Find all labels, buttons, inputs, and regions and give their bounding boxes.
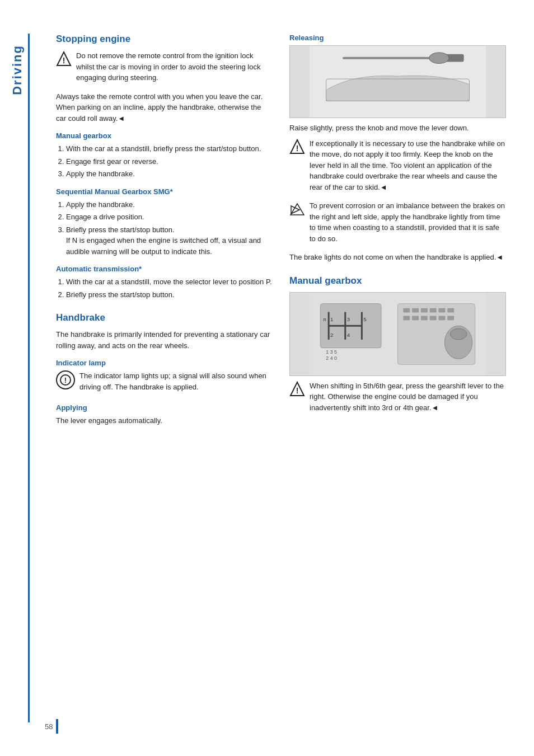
svg-text:4: 4: [347, 331, 350, 337]
manual-gearbox-list: With the car at a standstill, briefly pr…: [56, 143, 273, 180]
list-item: Engage first gear or reverse.: [66, 156, 273, 167]
svg-rect-35: [403, 316, 410, 320]
warning-triangle-icon-3: !: [289, 381, 305, 397]
svg-text:!: !: [64, 376, 67, 384]
smg-list: Apply the handbrake. Engage a drive posi…: [56, 199, 273, 257]
page-number-area: 58: [45, 719, 58, 734]
svg-rect-32: [430, 308, 437, 312]
right-column: Releasing Raise slightly, press the knob…: [289, 34, 506, 430]
gearbox-warning-text: When shifting in 5th/6th gear, press the…: [310, 381, 506, 414]
back-arrow-1: ◄: [118, 114, 125, 123]
svg-text:!: !: [296, 386, 299, 395]
handbrake-section: Handbrake The handbrake is primarily int…: [56, 312, 273, 426]
manual-gearbox-title: Manual gearbox: [56, 132, 273, 140]
handbrake-body: The handbrake is primarily intended for …: [56, 329, 273, 351]
svg-rect-29: [403, 308, 410, 312]
svg-text:5: 5: [363, 316, 367, 322]
svg-text:2: 2: [330, 331, 333, 337]
note-text: To prevent corrosion or an imbalance bet…: [310, 200, 506, 244]
releasing-body2: The brake lights do not come on when the…: [289, 252, 506, 263]
auto-list: With the car at a standstill, move the s…: [56, 276, 273, 300]
stopping-engine-body: Always take the remote control with you …: [56, 91, 273, 124]
page-bar: [56, 719, 58, 734]
applying-title: Applying: [56, 403, 273, 412]
left-column: Stopping engine ! Do not remove the remo…: [56, 34, 273, 430]
list-item: Briefly press the start/stop button.If N…: [66, 224, 273, 257]
svg-rect-33: [439, 308, 446, 312]
note-block: To prevent corrosion or an imbalance bet…: [289, 200, 506, 247]
releasing-warning: ! If exceptionally it is necessary to us…: [289, 138, 506, 196]
warning-triangle-icon-2: !: [289, 139, 305, 154]
svg-point-42: [450, 328, 467, 340]
applying-text: The lever engages automatically.: [56, 415, 273, 426]
indicator-lamp-block: ! The indicator lamp lights up; a signal…: [56, 370, 273, 396]
releasing-warning-text: If exceptionally it is necessary to use …: [310, 138, 506, 193]
list-item: Apply the handbrake.: [66, 199, 273, 210]
handbrake-image: [289, 45, 506, 118]
left-bar: [28, 34, 30, 722]
list-item: With the car at a standstill, move the s…: [66, 276, 273, 288]
note-icon: [289, 201, 305, 217]
svg-text:2 4 0: 2 4 0: [326, 355, 337, 361]
back-arrow-2: ◄: [380, 183, 387, 191]
sidebar-label: Driving: [10, 45, 25, 95]
smg-title: Sequential Manual Gearbox SMG*: [56, 187, 273, 196]
svg-text:1: 1: [330, 316, 333, 322]
svg-text:R: R: [323, 317, 326, 322]
indicator-lamp-icon: !: [56, 370, 75, 389]
list-item: Engage a drive position.: [66, 212, 273, 223]
list-item: Briefly press the start/stop button.: [66, 289, 273, 300]
svg-text:3: 3: [347, 316, 350, 322]
releasing-title: Releasing: [289, 34, 506, 42]
svg-text:!: !: [63, 56, 65, 65]
page-number: 58: [45, 722, 53, 731]
svg-rect-36: [412, 316, 419, 320]
svg-rect-38: [430, 316, 437, 320]
svg-text:!: !: [296, 144, 299, 153]
page-container: Driving Stopping engine ! Do not remove …: [0, 0, 534, 756]
stopping-engine-warning: ! Do not remove the remote control from …: [56, 50, 273, 87]
list-item: Apply the handbrake.: [66, 168, 273, 180]
indicator-lamp-text: The indicator lamp lights up; a signal w…: [79, 370, 273, 392]
svg-rect-34: [447, 308, 454, 312]
stopping-engine-title: Stopping engine: [56, 34, 273, 45]
gearbox-warning: ! When shifting in 5th/6th gear, press t…: [289, 381, 506, 417]
stopping-engine-warning-text: Do not remove the remote control from th…: [76, 50, 273, 83]
gearbox-image: 1 2 3 4 5 R 1 3 5 2 4 0: [289, 292, 506, 376]
back-arrow-4: ◄: [432, 403, 439, 412]
svg-point-7: [429, 53, 449, 64]
indicator-lamp-title: Indicator lamp: [56, 359, 273, 367]
svg-rect-30: [412, 308, 419, 312]
svg-rect-39: [439, 316, 446, 320]
manual-gearbox-right: Manual gearbox 1 2: [289, 275, 506, 417]
auto-title: Automatic transmission*: [56, 265, 273, 273]
svg-rect-40: [447, 316, 454, 320]
warning-triangle-icon: !: [56, 51, 72, 67]
releasing-body: Raise slightly, press the knob and move …: [289, 123, 506, 134]
list-item: With the car at a standstill, briefly pr…: [66, 143, 273, 154]
handbrake-title: Handbrake: [56, 312, 273, 323]
manual-gearbox-right-title: Manual gearbox: [289, 275, 506, 287]
svg-text:1 3 5: 1 3 5: [326, 349, 337, 354]
back-arrow-3: ◄: [496, 253, 503, 261]
svg-rect-31: [421, 308, 428, 312]
svg-rect-37: [421, 316, 428, 320]
